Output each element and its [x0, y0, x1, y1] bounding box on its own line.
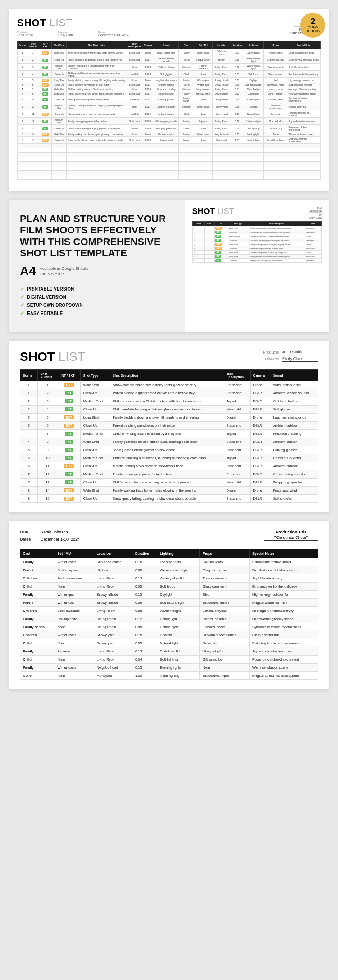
filing-badge: 2 FILINGOPTIONS — [300, 13, 325, 38]
s3-th-scene: Scene — [20, 370, 38, 381]
table-row: 1 2 INT Close-Up Parent placing a ginger… — [18, 56, 321, 64]
s3-director-label: Director — [265, 357, 279, 361]
s3-th-camera: Camera — [250, 370, 270, 381]
mini-prod: Prod John Smith Dir Emily Clark — [309, 207, 322, 219]
s4-table: Cast Set / MU Location Duration Lighting… — [20, 549, 318, 680]
check-icon: ✓ — [20, 294, 24, 300]
list-item: 3 6 EXT Close-Up Parent catching snowfla… — [192, 246, 322, 251]
mini-table: Scene Shot I/E Shot Type Shot Descriptio… — [192, 221, 322, 263]
section-4-cast: DOP Sarah Johnson Dates December 1-10, 2… — [9, 521, 329, 689]
s3-th-shot: ShotNumber — [37, 370, 58, 381]
s3-th-desc: Shot Description — [110, 370, 224, 381]
a4-desc: Available in Google Sheetsand MS Excel — [40, 266, 88, 277]
table-row: 3 6 EXT Close-Up Parent catching snowfla… — [18, 82, 321, 87]
th-int-ext: INT / EXT — [39, 41, 51, 49]
filing-text: FILINGOPTIONS — [306, 26, 320, 33]
s3-th-tech: TechDescription — [224, 370, 250, 381]
list-item: 2 3 INT Medium Shot Children decorating … — [192, 234, 322, 238]
table-row: Family Winter coats Neighborhood 0:15 Ev… — [20, 664, 318, 672]
s3-table: Scene ShotNumber INT / EXT Shot Type Sho… — [20, 369, 318, 503]
mini-header: SHOT LIST Prod John Smith Dir Emily Clar… — [192, 207, 322, 219]
th-shot-type: Shot Type — [51, 41, 66, 49]
table-row: 6 10 INT Medium Shot Children building a… — [18, 103, 321, 110]
mini-badge: INT — [215, 235, 221, 238]
s3-badge: INT — [65, 407, 73, 411]
check-list-item: ✓EASY EDITABLE — [20, 310, 174, 316]
mini-badge: INT — [215, 239, 221, 242]
list-item: 5 9 INT Close-Up Toast glasses clinking … — [192, 259, 322, 263]
table-row: 1 1 EXT Wide Shot Snow-covered house wit… — [20, 381, 318, 389]
s3-title-shot: SHOT — [20, 350, 55, 364]
table-row: Family Winter gear Snowy hillside 0:15 D… — [20, 591, 318, 599]
mini-badge: EXT — [215, 227, 222, 230]
th-tech: TechDescription — [127, 41, 142, 49]
s3-director-line: Director Emily Clark — [263, 356, 318, 362]
s1-table: Scene ShotNumber INT / EXT Shot Type Sho… — [17, 41, 321, 180]
table-row: Child None Living Room 0:05 Soft focus G… — [20, 583, 318, 591]
s1-producer: Producer John Smith — [17, 31, 44, 37]
mini-th-tech: Tech — [305, 222, 321, 226]
s4-left-meta: DOP Sarah Johnson Dates December 1-10, 2… — [20, 530, 95, 542]
s1-director: Director Emily Clark — [58, 31, 85, 37]
s3-badge: EXT — [64, 415, 74, 419]
s4-th-cast: Cast — [20, 549, 55, 558]
s4-th-lighting: Lighting — [157, 549, 200, 558]
list-item: 1 1 EXT Wide Shot Snow-covered house wit… — [192, 226, 322, 230]
table-row: Child None Snowy yard 0:05 Natural light… — [20, 639, 318, 647]
s1-dates-value: December 1-10, 2024 — [98, 33, 129, 37]
mini-th-type: Shot Type — [228, 222, 248, 226]
s1-director-value: Emily Clark — [58, 33, 85, 37]
table-row: 7 12 INT Medium Shot Family unwrapping p… — [20, 470, 318, 479]
s3-badge: EXT — [64, 497, 74, 501]
section-3-detail: SHOT LIST Producer John Smith Director E… — [9, 341, 329, 512]
mini-title-list: LIST — [215, 207, 234, 216]
mini-th-scene: Scene — [192, 222, 204, 226]
list-item: 4 7 INT Wide Shot Children writing lette… — [192, 251, 322, 255]
s4-dop-label: DOP — [20, 530, 38, 534]
section-1-shot-list: 2 FILINGOPTIONS SHOT LIST Producer John … — [9, 9, 329, 191]
table-row: Parent Winter coat Snowy hillside 0:06 S… — [20, 599, 318, 607]
table-row: 5 9 INT Close-Up Toast glasses clinking … — [20, 446, 318, 454]
th-sound: Sound — [154, 41, 178, 49]
th-shot: ShotNumber — [27, 41, 39, 49]
list-item: 1 2 INT Close-Up Parent placing a ginger… — [192, 230, 322, 234]
s4-th-notes: Special Notes — [250, 549, 318, 558]
s4-header-row: Cast Set / MU Location Duration Lighting… — [20, 549, 318, 558]
int-ext-badge: INT — [42, 73, 48, 76]
table-row: Family Pajamas Living Room 0:12 Christma… — [20, 647, 318, 656]
check-label: EASY EDITABLE — [27, 311, 63, 316]
s1-table-header-row: Scene ShotNumber INT / EXT Shot Type Sho… — [18, 41, 321, 49]
table-row: 6 11 EXT Close-Up Mittens patting down s… — [18, 110, 321, 118]
placeholder-row — [18, 175, 321, 180]
table-row: 6 10 INT Medium Shot Children building a… — [20, 454, 318, 462]
table-row: Children Festive sweaters Living Room 0:… — [20, 574, 318, 583]
int-ext-badge: EXT — [42, 139, 49, 142]
table-row: 5 9 INT Close-Up Toast glasses clinking … — [18, 96, 321, 103]
table-row: Children Cozy sweaters Living Room 0:08 … — [20, 607, 318, 615]
marketing-title: PLAN AND STRUCTURE YOUR FILM SHOOTS EFFE… — [20, 213, 174, 259]
check-list: ✓PRINTABLE VERSION✓DIGITAL VERSION✓SETUP… — [20, 286, 174, 318]
table-row: 8 14 EXT Wide Shot Family walking back h… — [18, 132, 321, 137]
int-ext-badge: EXT — [42, 133, 49, 136]
int-ext-badge: INT — [42, 120, 48, 123]
table-row: 2 3 INT Medium Shot Children decorating … — [18, 64, 321, 71]
s3-badge: INT — [65, 456, 73, 460]
s1-title: SHOT LIST — [17, 17, 129, 29]
s3-title-list: LIST — [55, 350, 85, 364]
mini-dir-value: Emily Clark — [309, 216, 322, 219]
check-list-item: ✓SETUP OWN DROPDOWN — [20, 302, 174, 308]
check-icon: ✓ — [20, 302, 24, 308]
s3-badge: INT — [65, 399, 73, 403]
s3-badge: EXT — [64, 488, 74, 492]
s3-producer-line: Producer John Smith — [263, 350, 318, 355]
s3-badge: INT — [65, 391, 73, 395]
th-notes: Special Notes — [288, 41, 320, 49]
mini-th-shot: Shot — [204, 222, 214, 226]
table-row: Family hands None Dining Room 0:05 Candl… — [20, 623, 318, 631]
s3-badge: INT — [65, 432, 73, 436]
table-row: Family Winter coats Suburban house 0:10 … — [20, 558, 318, 566]
s3-meta: Producer John Smith Director Emily Clark — [263, 350, 318, 363]
s4-dop-val: Sarah Johnson — [41, 530, 95, 535]
th-duration: Duration — [231, 41, 243, 49]
table-row: 2 4 INT Close-Up Child carefully hanging… — [18, 71, 321, 78]
